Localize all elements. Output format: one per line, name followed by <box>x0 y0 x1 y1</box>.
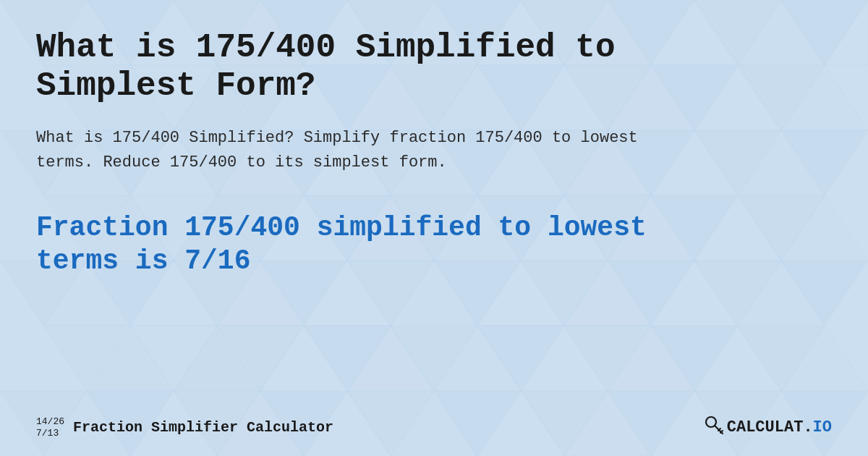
description-text: What is 175/400 Simplified? Simplify fra… <box>36 126 658 175</box>
result-section: Fraction 175/400 simplified to lowest te… <box>36 211 832 277</box>
result-text: Fraction 175/400 simplified to lowest te… <box>36 211 745 277</box>
page-content: What is 175/400 Simplified to Simplest F… <box>0 0 868 456</box>
page-title: What is 175/400 Simplified to Simplest F… <box>36 29 687 106</box>
